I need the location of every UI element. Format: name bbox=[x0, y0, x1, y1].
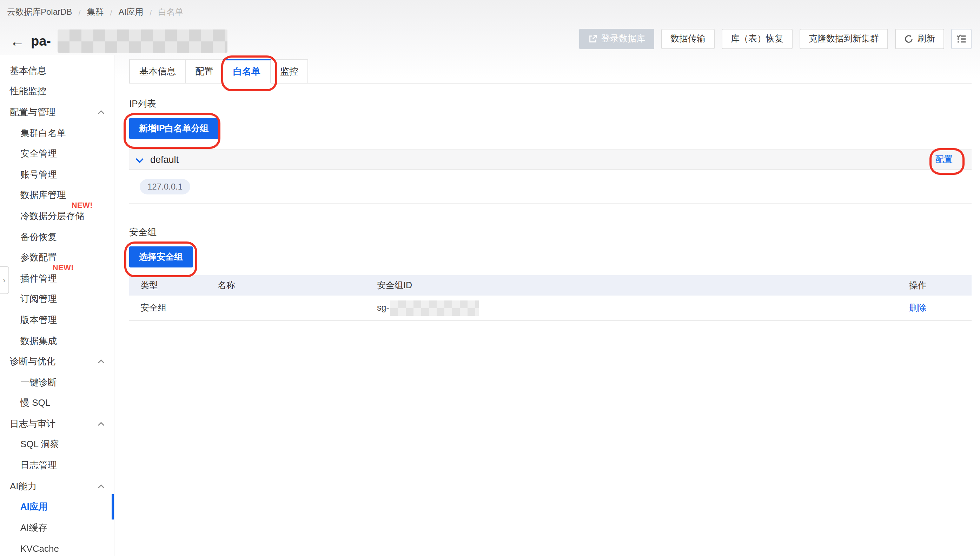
login-database-label: 登录数据库 bbox=[601, 33, 645, 45]
checklist-icon bbox=[956, 34, 967, 44]
clone-to-new-cluster-button[interactable]: 克隆数据到新集群 bbox=[799, 29, 888, 49]
cell-type: 安全组 bbox=[140, 302, 167, 314]
sidebar-section-logs-audit[interactable]: 日志与审计 bbox=[0, 414, 114, 434]
breadcrumb-separator: / bbox=[150, 8, 152, 16]
sidebar-item-data-integration[interactable]: 数据集成 bbox=[0, 330, 114, 351]
sidebar-item-account-mgmt[interactable]: 账号管理 bbox=[0, 164, 114, 185]
sidebar-item-basic-info[interactable]: 基本信息 bbox=[0, 60, 114, 81]
sidebar-item-cluster-whitelist[interactable]: 集群白名单 bbox=[0, 123, 114, 144]
breadcrumb-separator: / bbox=[110, 8, 112, 16]
task-list-button[interactable] bbox=[951, 29, 972, 49]
new-badge: NEW! bbox=[53, 263, 74, 272]
col-header-action: 操作 bbox=[909, 280, 927, 291]
sidebar-item-plugin-mgmt[interactable]: 插件管理NEW! bbox=[0, 268, 114, 289]
sidebar-item-subscription-mgmt[interactable]: 订阅管理 bbox=[0, 289, 114, 310]
select-security-group-button[interactable]: 选择安全组 bbox=[129, 246, 193, 267]
polardb-console-page: 云数据库PolarDB / 集群 / AI应用 / 白名单 ← pa- 登录数据… bbox=[0, 0, 980, 556]
sidebar-section-ai-capability[interactable]: AI能力 bbox=[0, 476, 114, 497]
sidebar-item-security-mgmt[interactable]: 安全管理 bbox=[0, 144, 114, 164]
page-title-bar: ← pa- bbox=[10, 29, 227, 53]
group-name: default bbox=[150, 154, 179, 165]
sidebar-item-kvcache[interactable]: KVCache bbox=[0, 538, 114, 556]
sidebar-item-database-mgmt[interactable]: 数据库管理 bbox=[0, 185, 114, 206]
header-actions: 登录数据库 数据传输 库（表）恢复 克隆数据到新集群 刷新 bbox=[579, 29, 972, 49]
external-link-icon bbox=[588, 34, 597, 44]
page-title: pa- bbox=[31, 33, 51, 49]
breadcrumb-item-whitelist: 白名单 bbox=[158, 6, 183, 18]
sidebar-item-version-mgmt[interactable]: 版本管理 bbox=[0, 310, 114, 330]
security-group-table: 类型 名称 安全组ID 操作 安全组 sg- 删除 bbox=[129, 275, 972, 321]
breadcrumb-item-polardb[interactable]: 云数据库PolarDB bbox=[7, 6, 72, 18]
sidebar-collapse-handle[interactable]: › bbox=[0, 266, 9, 294]
refresh-label: 刷新 bbox=[917, 33, 935, 45]
sidebar-item-perf-monitor[interactable]: 性能监控 bbox=[0, 81, 114, 102]
sidebar-section-diagnosis[interactable]: 诊断与优化 bbox=[0, 351, 114, 372]
tab-whitelist[interactable]: 白名单 bbox=[223, 59, 271, 84]
ip-chip: 127.0.0.1 bbox=[140, 179, 190, 194]
sidebar-item-sql-insight[interactable]: SQL 洞察 bbox=[0, 434, 114, 455]
sidebar-item-slow-sql[interactable]: 慢 SQL bbox=[0, 393, 114, 414]
breadcrumb-item-ai-app[interactable]: AI应用 bbox=[119, 6, 144, 18]
refresh-button[interactable]: 刷新 bbox=[895, 29, 944, 49]
col-header-sg-id: 安全组ID bbox=[377, 280, 412, 291]
new-badge: NEW! bbox=[72, 201, 93, 209]
sidebar-nav: 基本信息 性能监控 配置与管理 集群白名单 安全管理 账号管理 数据库管理 冷数… bbox=[0, 60, 114, 556]
sidebar-item-ai-app[interactable]: AI应用 bbox=[0, 497, 114, 517]
breadcrumb-separator: / bbox=[78, 8, 81, 16]
sidebar-section-config-mgmt[interactable]: 配置与管理 bbox=[0, 102, 114, 123]
data-transfer-button[interactable]: 数据传输 bbox=[661, 29, 715, 49]
redacted-sg-id bbox=[391, 300, 479, 315]
sidebar-item-cold-storage[interactable]: 冷数据分层存储NEW! bbox=[0, 206, 114, 226]
breadcrumb-item-clusters[interactable]: 集群 bbox=[87, 6, 104, 18]
breadcrumb: 云数据库PolarDB / 集群 / AI应用 / 白名单 bbox=[7, 6, 183, 18]
col-header-name: 名称 bbox=[218, 280, 235, 291]
db-table-restore-button[interactable]: 库（表）恢复 bbox=[722, 29, 793, 49]
tab-bar: 基本信息 配置 白名单 监控 bbox=[129, 59, 972, 84]
tab-basic-info[interactable]: 基本信息 bbox=[129, 59, 186, 84]
table-row: 安全组 sg- 删除 bbox=[129, 296, 972, 321]
col-header-type: 类型 bbox=[140, 280, 158, 291]
security-group-title: 安全组 bbox=[129, 226, 157, 239]
chevron-down-icon bbox=[136, 158, 144, 163]
active-item-indicator bbox=[111, 495, 114, 520]
chevron-up-icon bbox=[98, 484, 105, 489]
whitelist-group-header[interactable]: default 配置 bbox=[129, 149, 972, 170]
login-database-button[interactable]: 登录数据库 bbox=[579, 29, 654, 49]
delete-link[interactable]: 删除 bbox=[909, 302, 927, 314]
sidebar: 基本信息 性能监控 配置与管理 集群白名单 安全管理 账号管理 数据库管理 冷数… bbox=[0, 55, 115, 556]
sidebar-item-one-click-diagnosis[interactable]: 一键诊断 bbox=[0, 372, 114, 393]
chevron-up-icon bbox=[98, 360, 105, 364]
sidebar-item-log-mgmt[interactable]: 日志管理 bbox=[0, 455, 114, 476]
sg-id-prefix: sg- bbox=[377, 302, 389, 312]
back-arrow-icon[interactable]: ← bbox=[10, 34, 24, 48]
whitelist-group-body: 127.0.0.1 bbox=[129, 170, 972, 204]
ip-list-title: IP列表 bbox=[129, 98, 156, 110]
chevron-right-icon: › bbox=[3, 276, 5, 284]
table-header-row: 类型 名称 安全组ID 操作 bbox=[129, 275, 972, 296]
cell-sg-id: sg- bbox=[377, 300, 479, 315]
configure-link[interactable]: 配置 bbox=[935, 154, 953, 165]
chevron-up-icon bbox=[98, 110, 105, 115]
sidebar-item-backup-restore[interactable]: 备份恢复 bbox=[0, 227, 114, 247]
add-ip-whitelist-group-button[interactable]: 新增IP白名单分组 bbox=[129, 118, 219, 139]
sidebar-item-ai-cache[interactable]: AI缓存 bbox=[0, 517, 114, 538]
tab-config[interactable]: 配置 bbox=[186, 59, 223, 84]
refresh-icon bbox=[904, 34, 913, 44]
redacted-cluster-id bbox=[57, 29, 227, 53]
tab-monitor[interactable]: 监控 bbox=[271, 59, 308, 84]
chevron-up-icon bbox=[98, 422, 105, 426]
